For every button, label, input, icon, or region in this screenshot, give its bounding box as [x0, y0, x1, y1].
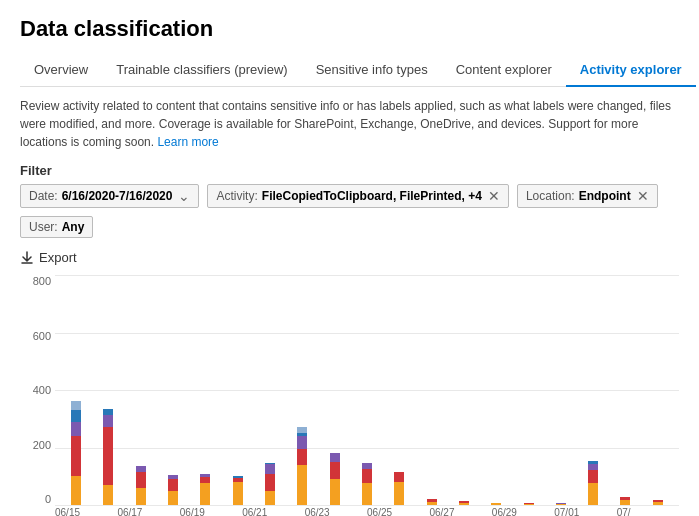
- filter-location-close[interactable]: ✕: [637, 188, 649, 204]
- bar: [168, 475, 178, 505]
- bar-segment: [653, 502, 663, 505]
- bar-segment: [168, 479, 178, 491]
- bar-segment: [524, 504, 534, 505]
- filter-date-label: Date:: [29, 189, 58, 203]
- tab-activity[interactable]: Activity explorer: [566, 54, 696, 87]
- bar-segment: [556, 504, 566, 505]
- bar-segment: [330, 479, 340, 505]
- bar-group: [286, 427, 318, 505]
- export-button[interactable]: Export: [20, 248, 77, 267]
- download-icon: [20, 251, 34, 265]
- bar-segment: [200, 483, 210, 505]
- xaxis-label: 06/29: [492, 507, 554, 516]
- bar-segment: [459, 503, 469, 505]
- filter-date-close[interactable]: ⌄: [178, 188, 190, 204]
- filter-user-value: Any: [62, 220, 85, 234]
- xaxis-label: 07/01: [554, 507, 616, 516]
- page-title: Data classification: [20, 16, 679, 42]
- bar-segment: [136, 472, 146, 488]
- chart-yaxis: 800 600 400 200 0: [20, 275, 55, 505]
- bars-container: [55, 275, 679, 505]
- bar: [459, 501, 469, 505]
- bar-group: [383, 472, 415, 505]
- filter-section: Filter Date: 6/16/2020-7/16/2020 ⌄ Activ…: [20, 163, 679, 238]
- bar-segment: [71, 401, 81, 410]
- bar-segment: [491, 503, 501, 505]
- filter-chip-user[interactable]: User: Any: [20, 216, 93, 238]
- bar-group: [480, 503, 512, 505]
- bar-segment: [103, 415, 113, 427]
- filter-activity-label: Activity:: [216, 189, 257, 203]
- bar-group: [642, 500, 674, 505]
- xaxis-label: 06/21: [242, 507, 304, 516]
- xaxis-label: 06/19: [180, 507, 242, 516]
- bar-group: [609, 497, 641, 505]
- bar-segment: [168, 491, 178, 505]
- bar-group: [222, 476, 254, 505]
- bar: [362, 463, 372, 505]
- bar-group: [157, 475, 189, 505]
- tab-bar: Overview Trainable classifiers (preview)…: [20, 54, 679, 87]
- filter-user-label: User:: [29, 220, 58, 234]
- tab-sensitive[interactable]: Sensitive info types: [302, 54, 442, 87]
- bar-segment: [265, 474, 275, 491]
- bar: [491, 503, 501, 505]
- bar-segment: [265, 491, 275, 505]
- bar-segment: [588, 483, 598, 505]
- filter-chip-location[interactable]: Location: Endpoint ✕: [517, 184, 658, 208]
- bar-segment: [265, 464, 275, 474]
- bar-segment: [297, 436, 307, 449]
- bar-group: [351, 463, 383, 505]
- bar: [103, 409, 113, 505]
- bar: [556, 503, 566, 505]
- bar: [297, 427, 307, 505]
- xaxis-label: 06/23: [305, 507, 367, 516]
- bar-segment: [71, 410, 81, 422]
- tab-trainable[interactable]: Trainable classifiers (preview): [102, 54, 301, 87]
- bar: [200, 474, 210, 505]
- filter-chips-row: Date: 6/16/2020-7/16/2020 ⌄ Activity: Fi…: [20, 184, 679, 238]
- bar-segment: [620, 500, 630, 505]
- filter-chip-activity[interactable]: Activity: FileCopiedToClipboard, FilePri…: [207, 184, 508, 208]
- bar-group: [448, 501, 480, 505]
- bar: [524, 503, 534, 505]
- filter-location-label: Location:: [526, 189, 575, 203]
- bar-segment: [136, 488, 146, 505]
- bar: [136, 466, 146, 505]
- filter-date-value: 6/16/2020-7/16/2020: [62, 189, 173, 203]
- bar-segment: [394, 472, 404, 482]
- bar-group: [577, 461, 609, 505]
- bar-segment: [71, 422, 81, 436]
- bar-segment: [71, 476, 81, 505]
- bar-segment: [427, 502, 437, 505]
- bar: [394, 472, 404, 505]
- bar: [330, 453, 340, 505]
- bar-segment: [103, 485, 113, 505]
- bar-group: [254, 463, 286, 505]
- bar-segment: [330, 453, 340, 462]
- learn-more-link[interactable]: Learn more: [157, 135, 218, 149]
- bar-segment: [394, 482, 404, 505]
- bar-group: [319, 453, 351, 505]
- filter-activity-close[interactable]: ✕: [488, 188, 500, 204]
- page-description: Review activity related to content that …: [20, 97, 679, 151]
- filter-activity-value: FileCopiedToClipboard, FilePrinted, +4: [262, 189, 482, 203]
- xaxis-label: 06/15: [55, 507, 117, 516]
- bar-segment: [362, 469, 372, 483]
- tab-content[interactable]: Content explorer: [442, 54, 566, 87]
- bar-segment: [362, 483, 372, 505]
- bar: [588, 461, 598, 505]
- chart-xaxis: 06/1506/1706/1906/2106/2306/2506/2706/29…: [55, 507, 679, 516]
- xaxis-label: 06/17: [117, 507, 179, 516]
- bar-group: [92, 409, 124, 505]
- bar-group: [512, 503, 544, 505]
- bar-segment: [330, 462, 340, 479]
- filter-label: Filter: [20, 163, 679, 178]
- tab-overview[interactable]: Overview: [20, 54, 102, 87]
- filter-chip-date[interactable]: Date: 6/16/2020-7/16/2020 ⌄: [20, 184, 199, 208]
- bar: [427, 499, 437, 505]
- filter-location-value: Endpoint: [579, 189, 631, 203]
- bar-group: [125, 466, 157, 505]
- bar: [233, 476, 243, 505]
- bar: [620, 497, 630, 505]
